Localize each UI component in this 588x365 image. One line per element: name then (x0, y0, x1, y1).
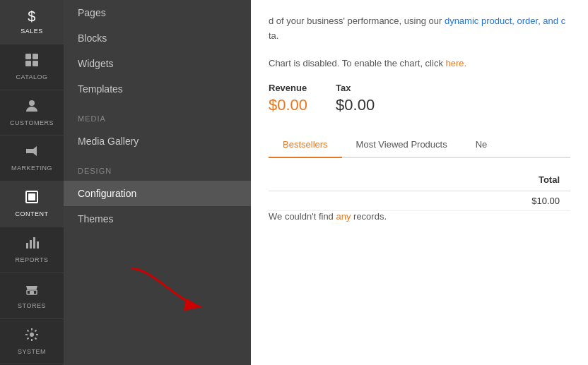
menu-item-blocks[interactable]: Blocks (64, 25, 251, 51)
no-records-text: We couldn't find any records. (269, 211, 570, 222)
svg-rect-3 (33, 61, 38, 66)
icon-sidebar: $ SALES CATALOG CUSTOMERS MARKE (0, 0, 64, 365)
tab-most-viewed[interactable]: Most Viewed Products (342, 132, 461, 158)
svg-rect-2 (25, 61, 31, 66)
sidebar-item-catalog[interactable]: CATALOG (0, 44, 64, 90)
sidebar-item-marketing[interactable]: MARKETING (0, 136, 64, 181)
column-total: Total (539, 174, 560, 185)
sidebar-item-customers[interactable]: CUSTOMERS (0, 90, 64, 136)
main-content: d of your business' performance, using o… (251, 0, 588, 365)
customers-label: CUSTOMERS (10, 119, 54, 127)
marketing-icon (25, 144, 39, 162)
svg-rect-9 (33, 237, 35, 249)
menu-item-media-gallery[interactable]: Media Gallery (64, 128, 251, 154)
tax-value: $0.00 (336, 96, 375, 114)
table-header: Total (269, 169, 570, 191)
stat-revenue: Revenue $0.00 (269, 83, 307, 114)
svg-point-13 (30, 333, 34, 337)
tabs-row: Bestsellers Most Viewed Products Ne (269, 132, 570, 158)
table-amount-row: $10.00 (269, 191, 570, 211)
chart-enable-link[interactable]: here. (446, 58, 467, 68)
customers-icon (25, 99, 39, 116)
svg-rect-6 (28, 193, 35, 201)
reports-label: REPORTS (16, 256, 49, 264)
menu-item-pages[interactable]: Pages (64, 0, 251, 25)
svg-rect-7 (26, 243, 28, 249)
system-icon (25, 328, 39, 345)
content-label: CONTENT (16, 210, 49, 218)
chart-disabled-text: Chart is disabled. To enable the chart, … (269, 58, 570, 68)
svg-rect-8 (30, 240, 32, 249)
sidebar-item-system[interactable]: SYSTEM (0, 319, 64, 365)
catalog-icon (25, 53, 39, 71)
tab-bestsellers[interactable]: Bestsellers (269, 132, 342, 158)
menu-section-design: Design (64, 154, 251, 181)
sales-icon: $ (28, 8, 36, 25)
info-text: d of your business' performance, using o… (269, 14, 570, 44)
catalog-label: CATALOG (16, 73, 47, 81)
sidebar-item-reports[interactable]: REPORTS (0, 227, 64, 273)
amount-value: $10.00 (531, 196, 560, 206)
revenue-value: $0.00 (269, 96, 307, 114)
stores-label: STORES (18, 302, 46, 310)
revenue-label: Revenue (269, 83, 307, 93)
sidebar-item-sales[interactable]: $ SALES (0, 0, 64, 44)
reports-icon (25, 236, 39, 253)
stats-row: Revenue $0.00 Tax $0.00 (269, 83, 570, 114)
sidebar-item-stores[interactable]: STORES (0, 273, 64, 319)
svg-rect-10 (37, 241, 39, 249)
stores-icon (25, 282, 39, 299)
dynamic-link[interactable]: dynamic product, order, and c (445, 16, 565, 26)
stat-tax: Tax $0.00 (336, 83, 375, 114)
content-icon (25, 190, 39, 208)
sales-label: SALES (20, 28, 43, 35)
menu-item-themes[interactable]: Themes (64, 206, 251, 232)
menu-section-media: Media (64, 102, 251, 128)
no-records-highlight: any (336, 211, 351, 222)
menu-item-configuration[interactable]: Configuration (64, 181, 251, 206)
sidebar-item-content[interactable]: CONTENT (0, 181, 64, 227)
menu-item-templates[interactable]: Templates (64, 76, 251, 102)
tax-label: Tax (336, 83, 375, 93)
menu-sidebar: Pages Blocks Widgets Templates Media Med… (64, 0, 251, 365)
svg-rect-0 (25, 54, 31, 59)
marketing-label: MARKETING (11, 164, 52, 172)
svg-rect-1 (33, 54, 38, 59)
svg-point-4 (29, 100, 35, 106)
menu-item-widgets[interactable]: Widgets (64, 51, 251, 76)
svg-rect-12 (30, 291, 34, 294)
system-label: SYSTEM (18, 348, 46, 356)
tab-new[interactable]: Ne (461, 132, 502, 158)
